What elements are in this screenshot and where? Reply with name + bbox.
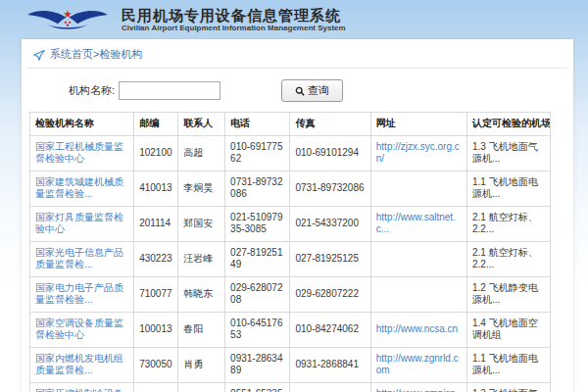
col-header-equipment: 认定可检验的机场设备: [467, 113, 551, 136]
fax-cell: 0551-65325105: [290, 382, 370, 392]
phone-cell: 0551-65335599: [225, 382, 290, 392]
table-row: 国家压缩机制冷设备质量监督检...230031魏本连0551-653355990…: [30, 382, 551, 392]
equipment-cell: 2.1 航空灯标、2.2...: [467, 206, 551, 241]
col-header-url: 网址: [370, 113, 466, 136]
zip-cell: 102100: [134, 135, 178, 171]
query-button[interactable]: 查询: [281, 79, 343, 102]
fax-cell: 029-62807222: [290, 276, 370, 312]
table-row: 国家建筑城建机械质量监督检验...410013李炯昊0731-897320860…: [30, 171, 551, 206]
table-row: 国家空调设备质量监督检验中心100013春阳010-64517653010-84…: [30, 312, 551, 347]
phone-cell: 0931-2863489: [225, 347, 290, 382]
col-header-phone: 电话: [225, 113, 290, 136]
org-name-link[interactable]: 国家空调设备质量监督检验中心: [30, 312, 134, 347]
breadcrumb: 系统首页>检验机构: [27, 39, 567, 69]
table-row: 国家灯具质量监督检验中心201114郑国安021-51097935-308502…: [30, 206, 551, 241]
col-header-contact: 联系人: [178, 113, 225, 136]
fax-cell: 010-69101294: [290, 135, 370, 171]
phone-cell: 029-62807208: [225, 276, 290, 312]
url-link[interactable]: http://www.gmpicn.c...: [370, 382, 466, 392]
zip-cell: 730050: [134, 347, 178, 382]
equipment-cell: 1.1 飞机地面电源机...: [467, 347, 551, 382]
phone-cell: 010-64517653: [225, 312, 290, 347]
zip-cell: 201114: [134, 206, 178, 241]
fax-cell: 021-54337200: [290, 206, 370, 241]
search-bar: 机构名称: 查询: [27, 69, 567, 112]
contact-cell: 魏本连: [178, 382, 225, 392]
svg-text:★: ★: [63, 8, 73, 20]
phone-cell: 027-81925149: [225, 241, 290, 276]
zip-cell: 430223: [134, 241, 178, 276]
org-name-link[interactable]: 国家建筑城建机械质量监督检验...: [30, 171, 134, 206]
zip-cell: 100013: [134, 312, 178, 347]
equipment-cell: 1.1 飞机地面电源机...: [467, 171, 551, 206]
col-header-org-name: 检验机构名称: [30, 113, 134, 136]
zip-cell: 410013: [134, 171, 178, 206]
equipment-cell: 1.3 飞机地面气源机...: [467, 135, 551, 171]
col-header-fax: 传真: [290, 113, 370, 136]
url-link[interactable]: http://www.zgnrld.com: [370, 347, 466, 382]
table-row: 国家电力电子产品质量监督检验...710077韩晓东029-6280720802…: [30, 276, 551, 312]
url-link[interactable]: http://www.ncsa.cn: [370, 312, 466, 347]
query-button-label: 查询: [308, 83, 329, 98]
zip-cell: 230031: [134, 382, 178, 392]
org-name-link[interactable]: 国家电力电子产品质量监督检验...: [30, 276, 134, 312]
app-subtitle: Civilian Airport Equipment Information M…: [122, 24, 346, 32]
equipment-cell: 1.2 飞机静变电源机...: [467, 276, 551, 312]
url-link[interactable]: http://www.saltnet.c...: [370, 206, 466, 241]
phone-cell: 010-69177562: [225, 135, 290, 171]
equipment-cell: 2.1 航空灯标、2.2...: [467, 241, 551, 276]
fax-cell: 0931-2868841: [290, 347, 370, 382]
app-header: ★ 民用机场专用设备信息管理系统 Civilian Airport Equipm…: [0, 0, 588, 39]
magnifier-icon: [295, 86, 305, 96]
phone-cell: 021-51097935-3085: [225, 206, 290, 241]
paper-plane-icon: [33, 49, 45, 61]
breadcrumb-text: 系统首页>检验机构: [50, 47, 142, 62]
app-title: 民用机场专用设备信息管理系统: [122, 7, 346, 24]
url-link[interactable]: http://zjzx.syc.org.cn/: [370, 135, 466, 171]
org-name-label: 机构名称:: [69, 83, 115, 98]
org-name-link[interactable]: 国家工程机械质量监督检验中心: [30, 135, 134, 171]
org-name-link[interactable]: 国家灯具质量监督检验中心: [30, 206, 134, 241]
url-cell: [370, 241, 466, 276]
contact-cell: 韩晓东: [178, 276, 225, 312]
contact-cell: 春阳: [178, 312, 225, 347]
equipment-cell: 1.3 飞机地面气源机...: [467, 382, 551, 392]
inspection-agencies-table: 检验机构名称 邮编 联系人 电话 传真 网址 认定可检验的机场设备 国家工程机械…: [29, 112, 551, 392]
contact-cell: 汪岩峰: [178, 241, 225, 276]
org-name-link[interactable]: 国家内燃机发电机组质量监督检...: [30, 347, 134, 382]
url-cell: [370, 171, 466, 206]
table-row: 国家光电子信息产品质量监督检...430223汪岩峰027-8192514902…: [30, 241, 551, 276]
table-header-row: 检验机构名称 邮编 联系人 电话 传真 网址 认定可检验的机场设备: [30, 113, 551, 136]
caac-wings-logo-icon: ★: [25, 3, 110, 36]
table-row: 国家工程机械质量监督检验中心102100高超010-69177562010-69…: [30, 135, 551, 171]
contact-cell: 李炯昊: [178, 171, 225, 206]
table-row: 国家内燃机发电机组质量监督检...730050肖勇0931-2863489093…: [30, 347, 551, 382]
fax-cell: 0731-89732086: [290, 171, 370, 206]
contact-cell: 郑国安: [178, 206, 225, 241]
contact-cell: 高超: [178, 135, 225, 171]
zip-cell: 710077: [134, 276, 178, 312]
org-name-input[interactable]: [119, 81, 220, 100]
org-name-link[interactable]: 国家压缩机制冷设备质量监督检...: [30, 382, 134, 392]
contact-cell: 肖勇: [178, 347, 225, 382]
content-panel: 系统首页>检验机构 机构名称: 查询 检验机构名称 邮编 联系人 电话 传真 网…: [22, 39, 573, 392]
org-name-link[interactable]: 国家光电子信息产品质量监督检...: [30, 241, 134, 276]
fax-cell: 010-84274062: [290, 312, 370, 347]
col-header-zip: 邮编: [134, 113, 178, 136]
phone-cell: 0731-89732086: [225, 171, 290, 206]
equipment-cell: 1.4 飞机地面空调机组: [467, 312, 551, 347]
url-cell: [370, 276, 466, 312]
fax-cell: 027-81925125: [290, 241, 370, 276]
